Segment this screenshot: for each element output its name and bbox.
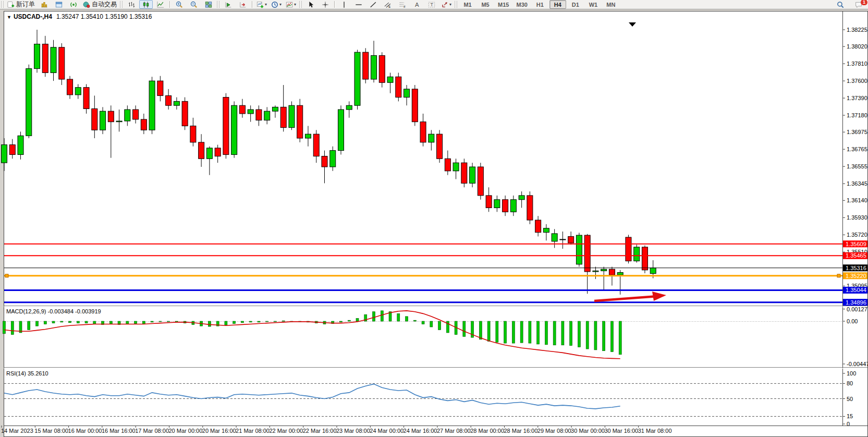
- candle-chart-button[interactable]: [139, 0, 153, 9]
- horizontal-line-button[interactable]: [352, 0, 365, 9]
- price-line-badge-label: 1.35044: [846, 287, 866, 293]
- fibonacci-button[interactable]: F: [396, 0, 409, 9]
- timeframe-h1-button[interactable]: H1: [532, 0, 548, 9]
- profiles-button[interactable]: [52, 0, 66, 9]
- candle-body: [535, 220, 541, 233]
- time-tick-label: 16 Mar 00:00: [68, 428, 102, 434]
- macd-histogram-bar: [109, 321, 112, 324]
- fibonacci-icon: F: [399, 1, 406, 8]
- tile-windows-button[interactable]: [202, 0, 215, 9]
- chart-title: ▼USDCAD-,H41.35247 1.35410 1.35190 1.353…: [7, 13, 152, 20]
- chat-button[interactable]: 1: [852, 0, 865, 9]
- candle-body: [116, 121, 122, 122]
- search-button[interactable]: [834, 0, 847, 9]
- text-label-button[interactable]: T: [425, 0, 438, 9]
- line-chart-button[interactable]: [154, 0, 167, 9]
- zoom-in-button[interactable]: [173, 0, 186, 9]
- timeframe-h4-button[interactable]: H4: [549, 0, 566, 9]
- macd-histogram-bar: [3, 321, 6, 334]
- candle-body: [519, 196, 524, 200]
- line-handle[interactable]: [5, 274, 8, 277]
- timeframe-mn-button[interactable]: MN: [603, 0, 619, 9]
- macd-histogram-bar: [578, 321, 580, 347]
- chat-badge: 1: [861, 0, 867, 5]
- history-center-button[interactable]: [38, 0, 51, 9]
- auto-scroll-button[interactable]: [222, 0, 235, 9]
- price-line-badge-label: 1.35220: [846, 273, 866, 279]
- macd-histogram-bar: [151, 321, 153, 322]
- macd-histogram-bar: [85, 321, 88, 323]
- timeframe-w1-button[interactable]: W1: [585, 0, 602, 9]
- rsi-tick-label: 15: [847, 413, 853, 419]
- toolbar-grip: [299, 1, 302, 8]
- chart-menu-icon[interactable]: ▼: [7, 15, 11, 20]
- time-tick-label: 22 Mar 00:00: [269, 428, 303, 434]
- equidistant-channel-button[interactable]: E: [381, 0, 395, 9]
- candle-body: [272, 107, 278, 111]
- candle-body: [149, 81, 155, 130]
- chevron-down-icon[interactable]: ▾: [294, 2, 296, 7]
- candle-body: [59, 47, 65, 79]
- macd-histogram-bar: [274, 321, 276, 322]
- time-tick-label: 28 Mar 16:00: [504, 428, 538, 434]
- candle-body: [256, 110, 262, 120]
- arrows-button[interactable]: ▾: [439, 0, 453, 9]
- candle-body: [75, 88, 81, 95]
- macd-histogram-bar: [479, 321, 482, 339]
- text-button[interactable]: A: [410, 0, 424, 9]
- chevron-down-icon[interactable]: ▾: [449, 2, 451, 7]
- chevron-down-icon[interactable]: ▾: [279, 2, 282, 7]
- zoom-out-button[interactable]: [187, 0, 201, 9]
- rsi-indicator-label: RSI(14) 35.2610: [6, 370, 48, 377]
- candle-body: [437, 134, 443, 159]
- candle-body: [190, 126, 196, 142]
- time-tick-label: 24 Mar 16:00: [404, 428, 437, 434]
- candle-body: [264, 111, 270, 120]
- vertical-line-button[interactable]: [337, 0, 351, 9]
- candle-body: [248, 110, 253, 114]
- rsi-tick-label: 80: [847, 380, 853, 386]
- bar-chart-button[interactable]: [125, 0, 138, 9]
- trendline-button[interactable]: [366, 0, 380, 9]
- chart-shift-button[interactable]: [236, 0, 250, 9]
- candle-body: [354, 52, 360, 105]
- crosshair-button[interactable]: [319, 0, 332, 9]
- profile-icon: [55, 1, 63, 8]
- templates-button[interactable]: ▾: [284, 0, 298, 9]
- macd-histogram-bar: [594, 321, 597, 350]
- chart-area[interactable]: 1.382251.380201.378101.376001.373901.371…: [0, 0, 868, 437]
- macd-histogram-bar: [438, 321, 441, 330]
- indicators-button[interactable]: ▾: [255, 0, 268, 9]
- timeframe-m30-button[interactable]: M30: [513, 0, 530, 9]
- candle-body: [601, 269, 607, 271]
- time-tick-label: 14 Mar 2023: [1, 428, 33, 434]
- indicators-icon: [256, 1, 264, 8]
- candle-body: [239, 105, 245, 114]
- timeframe-m5-button[interactable]: M5: [477, 0, 494, 9]
- candle-body: [626, 237, 631, 261]
- macd-histogram-bar: [348, 320, 350, 321]
- macd-histogram-bar: [561, 321, 564, 345]
- candle-body: [215, 148, 221, 156]
- zoom-in-icon: [176, 1, 183, 8]
- candle-body: [297, 105, 303, 138]
- timeframe-m15-button[interactable]: M15: [495, 0, 512, 9]
- candle-body: [560, 239, 566, 240]
- periods-button[interactable]: ▾: [270, 0, 283, 9]
- chevron-down-icon[interactable]: ▾: [265, 2, 267, 7]
- candle-body: [157, 81, 163, 95]
- macd-histogram-bar: [381, 311, 383, 321]
- candle-body: [174, 101, 179, 105]
- line-handle[interactable]: [837, 274, 840, 277]
- candle-body: [34, 44, 40, 68]
- timeframe-m1-button[interactable]: M1: [459, 0, 476, 9]
- macd-histogram-bar: [545, 321, 547, 345]
- signals-button[interactable]: [67, 0, 80, 9]
- candle-body: [83, 88, 89, 109]
- candle-body: [100, 111, 106, 130]
- timeframe-d1-button[interactable]: D1: [567, 0, 584, 9]
- auto-trading-button[interactable]: 自动交易: [81, 0, 118, 9]
- candle-body: [379, 55, 385, 82]
- new-order-button[interactable]: 新订单: [6, 0, 36, 9]
- cursor-button[interactable]: [304, 0, 317, 9]
